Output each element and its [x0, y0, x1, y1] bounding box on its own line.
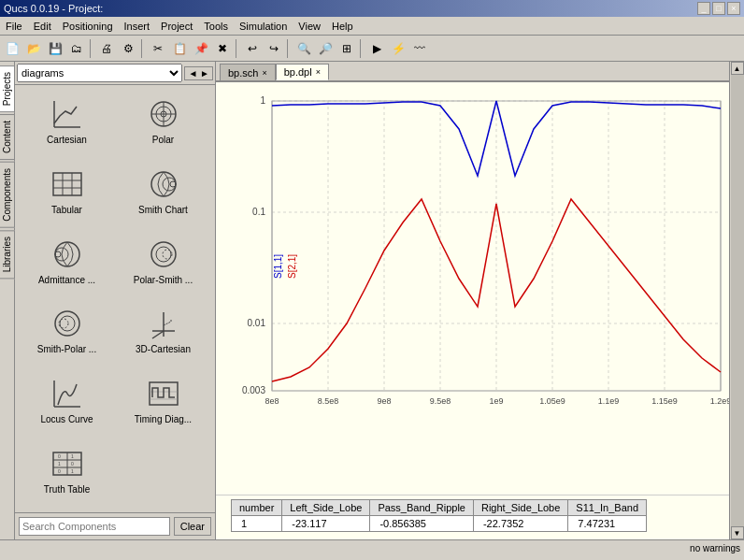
svg-rect-42	[272, 101, 721, 391]
titlebar: Qucs 0.0.19 - Project: _ □ ×	[0, 0, 744, 17]
cut-btn[interactable]: ✂	[148, 38, 168, 59]
menu-simulation[interactable]: Simulation	[234, 19, 293, 34]
truth-icon: 0 1 1 0 0 1	[49, 445, 86, 482]
col-right-side: Right_Side_Lobe	[473, 500, 567, 516]
tab-bp-dpl[interactable]: bp.dpl ×	[276, 64, 329, 80]
polar-icon	[145, 95, 182, 133]
side-tab-content[interactable]: Content	[0, 114, 15, 160]
zoom-out-btn[interactable]: 🔎	[315, 38, 336, 59]
waveform-btn[interactable]: 〰	[409, 38, 430, 59]
diagram-timing[interactable]: Timing Diag...	[117, 370, 209, 437]
menu-tools[interactable]: Tools	[198, 19, 234, 34]
diagram-polar[interactable]: Polar	[117, 91, 209, 157]
side-tab-strip: Projects Content Components Libraries	[0, 62, 15, 539]
diagram-grid: Cartesian Polar	[15, 85, 215, 512]
menu-file[interactable]: File	[0, 19, 28, 34]
main-layout: Projects Content Components Libraries di…	[0, 62, 744, 539]
side-tab-projects[interactable]: Projects	[0, 65, 15, 112]
menu-project[interactable]: Project	[155, 19, 198, 34]
3d-cartesian-icon	[145, 305, 182, 342]
tab-close-bp-sch[interactable]: ×	[262, 68, 266, 78]
polar-smith-label: Polar-Smith ...	[134, 275, 193, 285]
zoom-in-btn[interactable]: 🔍	[293, 38, 314, 59]
diagram-tabular[interactable]: Tabular	[21, 161, 113, 227]
scroll-track[interactable]	[731, 75, 744, 526]
svg-rect-7	[53, 173, 81, 195]
diagram-3d-cartesian[interactable]: 3D-Cartesian	[117, 300, 209, 366]
polar-label: Polar	[152, 135, 174, 145]
run-btn[interactable]: ⚡	[388, 38, 408, 59]
svg-text:0: 0	[58, 453, 61, 459]
menu-view[interactable]: View	[293, 19, 326, 34]
new-btn[interactable]: 📄	[2, 38, 22, 59]
paste-btn[interactable]: 📌	[191, 38, 211, 59]
zoom-fit-btn[interactable]: ⊞	[336, 38, 357, 59]
minimize-btn[interactable]: _	[697, 2, 710, 15]
tab-close-bp-dpl[interactable]: ×	[316, 67, 321, 77]
left-panel: diagrams ◄ ► Cartesian	[15, 62, 216, 539]
tab-bp-sch[interactable]: bp.sch ×	[220, 64, 276, 80]
scroll-down-btn[interactable]: ▼	[731, 526, 744, 539]
save-all-btn[interactable]: 🗂	[66, 38, 87, 59]
titlebar-buttons[interactable]: _ □ ×	[697, 2, 740, 15]
col-left-side: Left_Side_Lobe	[282, 500, 370, 516]
svg-text:1: 1	[58, 461, 61, 467]
smith-polar-icon	[49, 305, 86, 342]
svg-text:1: 1	[71, 468, 74, 474]
diagram-admittance[interactable]: Admittance ...	[21, 231, 113, 297]
diagram-cartesian[interactable]: Cartesian	[21, 91, 113, 157]
locus-label: Locus Curve	[40, 414, 93, 424]
svg-text:8.5e8: 8.5e8	[318, 396, 339, 406]
svg-text:1: 1	[71, 453, 74, 459]
results-table: number Left_Side_Lobe Pass_Band_Ripple R…	[231, 499, 647, 532]
undo-btn[interactable]: ↩	[242, 38, 263, 59]
cartesian-icon	[49, 95, 86, 133]
sep4	[287, 39, 291, 58]
sep3	[236, 39, 239, 58]
diagram-smith-polar[interactable]: Smith-Polar ...	[21, 300, 113, 366]
admittance-label: Admittance ...	[38, 275, 95, 285]
open-btn[interactable]: 📂	[23, 38, 44, 59]
menu-help[interactable]: Help	[326, 19, 359, 34]
table-row: 1 -23.117 -0.856385 -22.7352 7.47231	[232, 516, 647, 532]
menu-insert[interactable]: Insert	[119, 19, 156, 34]
sep1	[90, 39, 93, 58]
copy-btn[interactable]: 📋	[169, 38, 190, 59]
3d-cartesian-label: 3D-Cartesian	[136, 344, 191, 354]
save-btn[interactable]: 💾	[45, 38, 65, 59]
diagram-smith[interactable]: Smith Chart	[117, 161, 209, 227]
panel-dropdown[interactable]: diagrams	[17, 64, 182, 82]
svg-text:1.2e9: 1.2e9	[710, 396, 729, 406]
content-wrapper: bp.sch × bp.dpl × 安下载anxz.com	[216, 62, 729, 539]
menu-edit[interactable]: Edit	[28, 19, 57, 34]
svg-text:1: 1	[260, 95, 265, 106]
delete-btn[interactable]: ✖	[212, 38, 233, 59]
chart-area[interactable]: 安下载anxz.com	[216, 82, 729, 495]
clear-button[interactable]: Clear	[174, 517, 211, 536]
toolbar: 📄 📂 💾 🗂 🖨 ⚙ ✂ 📋 📌 ✖ ↩ ↪ 🔍 🔎 ⊞ ▶ ⚡ 〰	[0, 36, 744, 62]
svg-text:0: 0	[58, 468, 61, 474]
chart-svg: 1 0.1 0.01 0.003	[235, 92, 729, 409]
simulate-btn[interactable]: ▶	[366, 38, 387, 59]
diagram-locus[interactable]: Locus Curve	[21, 370, 113, 437]
maximize-btn[interactable]: □	[712, 2, 725, 15]
close-btn[interactable]: ×	[727, 2, 740, 15]
svg-point-14	[170, 181, 176, 187]
timing-icon	[145, 375, 182, 412]
svg-text:1.1e9: 1.1e9	[598, 396, 620, 406]
redo-btn[interactable]: ↪	[264, 38, 284, 59]
scroll-up-btn[interactable]: ▲	[731, 62, 744, 75]
tab-label-bp-dpl: bp.dpl	[284, 66, 312, 78]
menu-positioning[interactable]: Positioning	[57, 19, 119, 34]
print-btn[interactable]: 🖨	[96, 38, 117, 59]
side-tab-libraries[interactable]: Libraries	[0, 230, 15, 279]
settings-btn[interactable]: ⚙	[118, 38, 138, 59]
panel-collapse-btn[interactable]: ◄ ►	[184, 66, 213, 80]
diagram-truth[interactable]: 0 1 1 0 0 1 Truth Table	[21, 440, 113, 507]
svg-point-23	[60, 316, 75, 331]
side-tab-components[interactable]: Components	[0, 162, 15, 228]
search-input[interactable]	[19, 517, 170, 536]
diagram-polar-smith[interactable]: Polar-Smith ...	[117, 231, 209, 297]
svg-text:0: 0	[71, 461, 74, 467]
col-number: number	[232, 500, 282, 516]
